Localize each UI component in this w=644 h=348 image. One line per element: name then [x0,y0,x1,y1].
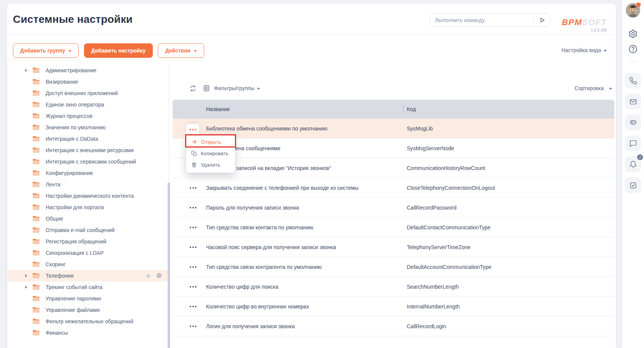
tree-item-label: Трекинг событий сайта [46,284,103,290]
actions-button[interactable]: Действия [158,43,204,58]
expand-arrow-icon[interactable] [25,286,27,289]
tree-item-label: Синхронизация с LDAP [46,250,104,256]
tree-item[interactable]: Управление файлами [8,304,168,316]
rail-divider [628,62,638,62]
calls-panel-button[interactable] [625,73,641,89]
menu-item-copy[interactable]: Копировать [186,148,235,159]
folder-icon [33,91,40,96]
sort-dropdown[interactable]: Сортировка [574,81,612,95]
row-actions-menu-icon[interactable] [188,187,198,189]
tree-item[interactable]: Журнал процессов [8,110,168,122]
folder-icon [33,262,40,267]
tree-item[interactable]: Настройки для портала [8,202,168,213]
table-row[interactable]: Тип средства связи контрагента по умолча… [173,257,614,277]
add-group-button[interactable]: Добавить группу [13,43,79,58]
folder-icon [33,205,40,210]
table-row[interactable]: Количество цифр во внутренних номерах In… [173,297,614,316]
tree-item-label: Доступ внешних приложений [46,90,118,96]
email-panel-button[interactable] [625,94,641,110]
favorite-star-icon[interactable] [145,273,151,280]
tree-item[interactable]: Визирование [8,76,168,87]
add-setting-button[interactable]: Добавить настройку [84,43,153,58]
table-row[interactable]: Пароль для получения записи звонка CallR… [173,198,614,218]
table-row[interactable]: Тип средства связи контакта по умолчанию… [173,218,614,237]
tree-item[interactable]: Фильтр нежелательных обращений [8,316,168,327]
table-row[interactable]: Логин для получения записи звонка CallRe… [173,316,614,336]
tree-item[interactable]: Администрирование [8,65,168,76]
tree-item[interactable]: Единое окно оператора [8,99,168,110]
setting-code: SearchNumberLength [407,284,459,290]
tree-item[interactable]: Финансы [8,327,168,338]
help-icon[interactable] [628,44,638,54]
notifications-button[interactable]: 2 [625,156,641,172]
row-actions-menu-icon[interactable] [188,207,198,208]
row-actions-menu-icon[interactable] [188,266,198,268]
tree-item[interactable]: Регистрация обращений [8,236,168,247]
tree-item[interactable]: Настройки динамического контента [8,190,168,202]
folder-icon [33,102,40,107]
setting-code: TelephonyServerTimeZone [407,244,471,250]
setting-code: SysMsgLib [407,126,433,132]
chevron-down-icon [609,88,612,90]
tree-item[interactable]: Интеграция с DaData [8,133,168,145]
tree-item-label: Управление паролями [46,296,101,302]
folder-icon [33,193,40,199]
feed-panel-button[interactable] [625,135,641,151]
tree-item[interactable]: Синхронизация с LDAP [8,247,168,259]
table-header: Название Код [173,100,614,119]
tree-item-label: Управление файлами [46,307,100,313]
tree-item[interactable]: Скоринг [8,259,168,270]
chats-panel-button[interactable] [625,114,641,130]
table-row[interactable]: Количество цифр для поиска SearchNumberL… [173,277,614,297]
row-actions-menu-icon[interactable] [188,286,198,288]
tasks-panel-button[interactable] [625,177,641,193]
tree-item[interactable]: Управление паролями [8,293,168,304]
tree-scrollbar[interactable] [168,183,170,348]
tree-item-label: Регистрация обращений [46,238,106,245]
filter-list-icon[interactable] [203,84,210,92]
table-row[interactable]: Сервер обмена сообщениями SysMsgServerNo… [173,138,614,158]
table-row[interactable]: Количество записей на вкладке "История з… [173,158,614,178]
expand-arrow-icon[interactable] [25,274,27,277]
tree-item[interactable]: Телефония [8,270,168,281]
filters-groups-dropdown[interactable]: Фильтры/группы [214,85,254,91]
tree-item[interactable]: Отправка e-mail сообщений [8,224,168,236]
table-row[interactable]: Часовой пояс сервера для получения запис… [173,237,614,257]
expand-arrow-icon[interactable] [25,69,27,72]
row-actions-menu-icon[interactable] [188,306,198,307]
tree-item-label: Общие [46,216,63,222]
refresh-icon[interactable] [189,85,197,92]
view-settings-dropdown[interactable]: Настройка вида [562,47,607,53]
tree-item[interactable]: Интеграция с внешними ресурсами [8,145,168,156]
content-area: Администрирование Визирование Доступ вне… [8,60,616,348]
tree-item[interactable]: Трекинг событий сайта [8,281,168,293]
column-header-name[interactable]: Название [173,106,230,112]
table-row[interactable]: Закрывать соединение с телефонией при вы… [173,178,614,198]
run-command-icon[interactable] [534,14,550,26]
folder-icon [33,79,40,84]
menu-item-open[interactable]: Открыть [186,136,235,148]
setting-code: CallRecordLogin [407,323,446,329]
row-actions-menu-icon[interactable] [188,326,198,327]
setting-code: CommunicationHistoryRowCount [407,165,485,171]
tree-item[interactable]: Общие [8,213,168,224]
row-actions-menu-open-icon[interactable] [186,124,199,135]
settings-gear-icon[interactable] [156,273,162,280]
column-header-code[interactable]: Код [407,106,416,112]
tree-item[interactable]: Лента [8,179,168,190]
tree-item[interactable]: Значения по умолчанию [8,122,168,133]
setting-code: CloseTelephonyConnectionOnLogout [407,185,495,191]
main-card: Системные настройки BPMSOFT 1.6.0.190 До… [7,4,616,348]
menu-item-delete[interactable]: Удалить [186,159,235,170]
row-actions-menu-icon[interactable] [188,246,198,248]
tree-item[interactable]: Конфигурирование [8,167,168,179]
tree-item-label: Лента [46,181,60,188]
table-row[interactable]: Библиотека обмена сообщениями по умолчан… [173,119,614,138]
tree-item[interactable]: Интеграция с сервисами сообщений [8,156,168,167]
tree-item[interactable]: Доступ внешних приложений [8,87,168,99]
user-avatar[interactable] [626,3,640,17]
command-input[interactable] [430,17,534,23]
settings-gear-icon[interactable] [628,29,638,39]
row-actions-menu-icon[interactable] [188,227,198,228]
tree-item-label: Визирование [46,79,78,85]
